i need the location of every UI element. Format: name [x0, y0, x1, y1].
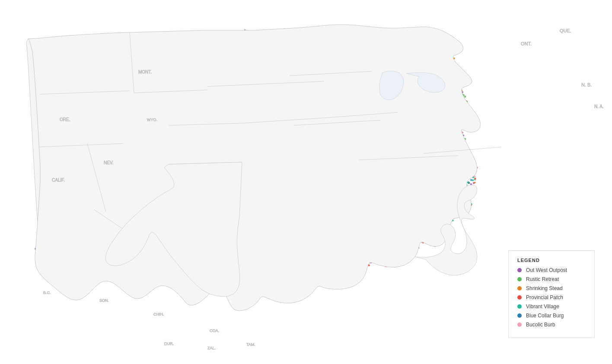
legend-item-provincial-patch: Provincial Patch	[517, 294, 586, 300]
svg-text:CALIF.: CALIF.	[52, 178, 65, 182]
legend-dot-provincial-patch	[517, 295, 522, 300]
legend-dot-bucolic-burb	[517, 322, 522, 327]
svg-text:ONT.: ONT.	[521, 41, 532, 46]
svg-text:WYO.: WYO.	[147, 118, 157, 122]
legend: LEGEND Out West Outpost Rustic Retreat S…	[508, 250, 595, 338]
legend-item-shrinking-stead: Shrinking Stead	[517, 285, 586, 291]
legend-item-blue-collar-burg: Blue Collar Burg	[517, 313, 586, 319]
legend-dot-out-west-outpost	[517, 268, 522, 272]
svg-text:QUE.: QUE.	[560, 28, 571, 33]
svg-text:NEV.: NEV.	[104, 160, 113, 165]
map-container: QUE. ONT. N. B. N. A. ORE. NEV. CALIF. W…	[0, 0, 612, 364]
legend-item-out-west-outpost: Out West Outpost	[517, 267, 586, 273]
svg-text:ZAL.: ZAL.	[207, 346, 216, 350]
svg-text:SON.: SON.	[99, 298, 109, 303]
legend-title: LEGEND	[517, 258, 586, 263]
legend-item-vibrant-village: Vibrant Village	[517, 303, 586, 310]
legend-label-rustic-retreat: Rustic Retreat	[526, 276, 559, 282]
legend-label-bucolic-burb: Bucolic Burb	[526, 322, 555, 328]
legend-dot-blue-collar-burg	[517, 313, 522, 318]
legend-label-vibrant-village: Vibrant Village	[526, 303, 559, 310]
legend-item-rustic-retreat: Rustic Retreat	[517, 276, 586, 282]
legend-item-bucolic-burb: Bucolic Burb	[517, 322, 586, 328]
svg-text:B.C.: B.C.	[43, 291, 51, 295]
svg-text:N. B.: N. B.	[581, 82, 592, 87]
legend-label-provincial-patch: Provincial Patch	[526, 294, 563, 300]
legend-label-shrinking-stead: Shrinking Stead	[526, 285, 563, 291]
legend-dot-shrinking-stead	[517, 286, 522, 291]
svg-text:COA.: COA.	[210, 329, 219, 333]
legend-items: Out West Outpost Rustic Retreat Shrinkin…	[517, 267, 586, 328]
legend-dot-rustic-retreat	[517, 277, 522, 281]
svg-text:DUR.: DUR.	[164, 342, 174, 346]
svg-text:CHIH.: CHIH.	[153, 312, 164, 316]
legend-label-out-west-outpost: Out West Outpost	[526, 267, 567, 273]
svg-text:N. A.: N. A.	[594, 104, 604, 109]
legend-dot-vibrant-village	[517, 304, 522, 309]
legend-label-blue-collar-burg: Blue Collar Burg	[526, 313, 564, 319]
svg-text:ORE.: ORE.	[60, 117, 70, 122]
svg-text:MONT.: MONT.	[138, 70, 152, 74]
svg-text:TAM.: TAM.	[246, 342, 255, 347]
